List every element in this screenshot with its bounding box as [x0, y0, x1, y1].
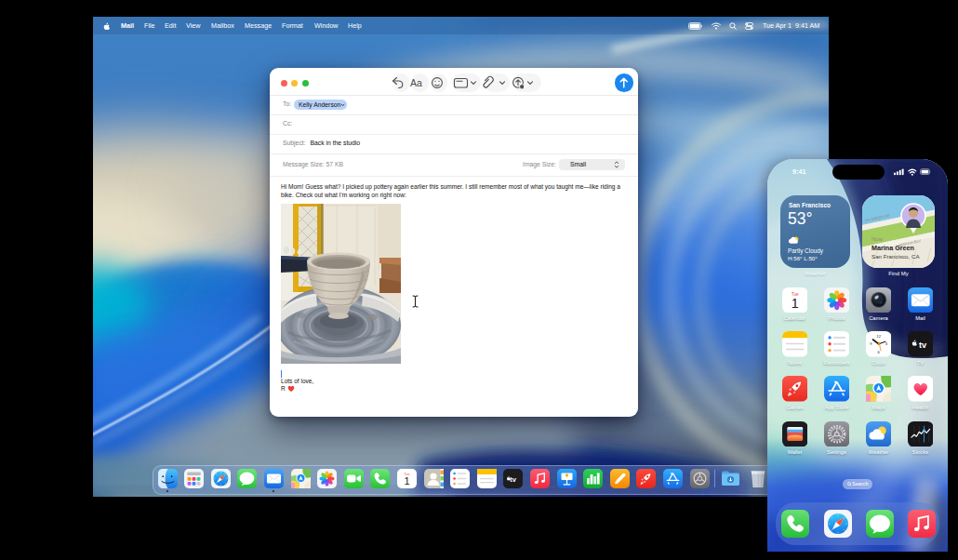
svg-text:12: 12 — [876, 335, 881, 340]
svg-text:1: 1 — [404, 474, 409, 486]
svg-text:tv: tv — [919, 340, 927, 350]
svg-text:1: 1 — [792, 296, 799, 311]
svg-text:Aa: Aa — [410, 77, 422, 88]
svg-text:tv: tv — [510, 475, 516, 484]
